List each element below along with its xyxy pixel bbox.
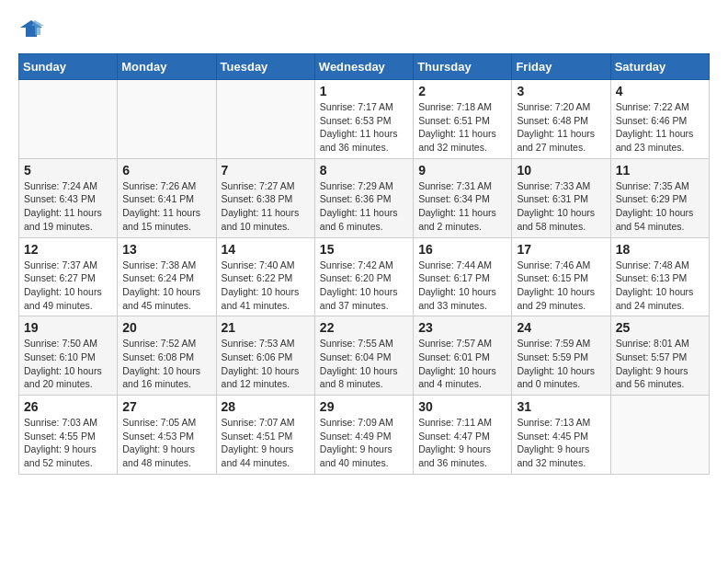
calendar-cell: 11Sunrise: 7:35 AM Sunset: 6:29 PM Dayli…: [610, 158, 709, 237]
day-info: Sunrise: 7:46 AM Sunset: 6:15 PM Dayligh…: [517, 259, 605, 313]
day-info: Sunrise: 7:27 AM Sunset: 6:38 PM Dayligh…: [222, 179, 310, 234]
day-info: Sunrise: 7:59 AM Sunset: 5:59 PM Dayligh…: [517, 337, 605, 391]
calendar-cell: [19, 80, 118, 159]
day-info: Sunrise: 7:29 AM Sunset: 6:36 PM Dayligh…: [320, 179, 408, 234]
calendar-cell: 25Sunrise: 8:01 AM Sunset: 5:57 PM Dayli…: [610, 316, 709, 396]
day-number: 16: [418, 242, 506, 257]
day-info: Sunrise: 7:35 AM Sunset: 6:29 PM Dayligh…: [616, 179, 704, 234]
calendar-cell: 31Sunrise: 7:13 AM Sunset: 4:45 PM Dayli…: [512, 396, 610, 475]
day-info: Sunrise: 7:50 AM Sunset: 6:10 PM Dayligh…: [24, 337, 112, 391]
day-number: 7: [222, 163, 310, 178]
day-info: Sunrise: 7:48 AM Sunset: 6:13 PM Dayligh…: [616, 259, 704, 313]
calendar-cell: 6Sunrise: 7:26 AM Sunset: 6:41 PM Daylig…: [118, 158, 216, 237]
calendar-cell: 13Sunrise: 7:38 AM Sunset: 6:24 PM Dayli…: [118, 237, 216, 316]
calendar-cell: [216, 80, 314, 159]
day-number: 2: [418, 84, 506, 98]
day-number: 18: [616, 242, 704, 257]
day-info: Sunrise: 7:03 AM Sunset: 4:55 PM Dayligh…: [24, 416, 112, 470]
day-info: Sunrise: 7:57 AM Sunset: 6:01 PM Dayligh…: [418, 337, 506, 391]
calendar-cell: 21Sunrise: 7:53 AM Sunset: 6:06 PM Dayli…: [216, 316, 314, 396]
logo: [18, 18, 48, 39]
calendar-cell: 27Sunrise: 7:05 AM Sunset: 4:53 PM Dayli…: [118, 396, 216, 475]
day-number: 6: [122, 163, 210, 178]
page-header: [18, 18, 710, 39]
day-info: Sunrise: 7:42 AM Sunset: 6:20 PM Dayligh…: [320, 259, 408, 313]
calendar-cell: 3Sunrise: 7:20 AM Sunset: 6:48 PM Daylig…: [512, 80, 610, 159]
calendar-body: 1Sunrise: 7:17 AM Sunset: 6:53 PM Daylig…: [19, 80, 710, 475]
calendar-cell: 17Sunrise: 7:46 AM Sunset: 6:15 PM Dayli…: [512, 237, 610, 316]
week-row-2: 5Sunrise: 7:24 AM Sunset: 6:43 PM Daylig…: [19, 158, 710, 237]
day-info: Sunrise: 7:40 AM Sunset: 6:22 PM Dayligh…: [222, 259, 310, 313]
day-info: Sunrise: 7:26 AM Sunset: 6:41 PM Dayligh…: [122, 179, 210, 234]
day-number: 4: [616, 84, 704, 98]
week-row-1: 1Sunrise: 7:17 AM Sunset: 6:53 PM Daylig…: [19, 80, 710, 159]
day-info: Sunrise: 7:33 AM Sunset: 6:31 PM Dayligh…: [517, 179, 605, 234]
day-number: 22: [320, 320, 408, 335]
day-number: 13: [122, 242, 210, 257]
calendar-cell: 23Sunrise: 7:57 AM Sunset: 6:01 PM Dayli…: [414, 316, 512, 396]
calendar-cell: 24Sunrise: 7:59 AM Sunset: 5:59 PM Dayli…: [512, 316, 610, 396]
calendar-cell: 14Sunrise: 7:40 AM Sunset: 6:22 PM Dayli…: [216, 237, 314, 316]
weekday-header-sunday: Sunday: [19, 54, 118, 80]
calendar-cell: 8Sunrise: 7:29 AM Sunset: 6:36 PM Daylig…: [314, 158, 413, 237]
day-info: Sunrise: 7:09 AM Sunset: 4:49 PM Dayligh…: [320, 416, 408, 470]
day-info: Sunrise: 7:07 AM Sunset: 4:51 PM Dayligh…: [222, 416, 310, 470]
weekday-header-saturday: Saturday: [610, 54, 709, 80]
weekday-header-thursday: Thursday: [414, 54, 512, 80]
day-number: 19: [24, 320, 112, 335]
day-number: 5: [24, 163, 112, 178]
day-number: 30: [418, 399, 506, 414]
day-number: 1: [320, 84, 408, 98]
calendar-cell: 12Sunrise: 7:37 AM Sunset: 6:27 PM Dayli…: [19, 237, 118, 316]
day-number: 17: [517, 242, 605, 257]
day-info: Sunrise: 7:05 AM Sunset: 4:53 PM Dayligh…: [122, 416, 210, 470]
weekday-header-wednesday: Wednesday: [314, 54, 413, 80]
day-info: Sunrise: 7:37 AM Sunset: 6:27 PM Dayligh…: [24, 259, 112, 313]
calendar-cell: 1Sunrise: 7:17 AM Sunset: 6:53 PM Daylig…: [314, 80, 413, 159]
calendar-table: SundayMondayTuesdayWednesdayThursdayFrid…: [18, 53, 710, 475]
day-info: Sunrise: 7:52 AM Sunset: 6:08 PM Dayligh…: [122, 337, 210, 391]
day-number: 9: [418, 163, 506, 178]
day-number: 12: [24, 242, 112, 257]
day-info: Sunrise: 7:24 AM Sunset: 6:43 PM Dayligh…: [24, 179, 112, 234]
calendar-cell: 19Sunrise: 7:50 AM Sunset: 6:10 PM Dayli…: [19, 316, 118, 396]
day-number: 27: [122, 399, 210, 414]
day-info: Sunrise: 7:22 AM Sunset: 6:46 PM Dayligh…: [616, 100, 704, 155]
day-info: Sunrise: 7:38 AM Sunset: 6:24 PM Dayligh…: [122, 259, 210, 313]
calendar-cell: 16Sunrise: 7:44 AM Sunset: 6:17 PM Dayli…: [414, 237, 512, 316]
day-info: Sunrise: 7:55 AM Sunset: 6:04 PM Dayligh…: [320, 337, 408, 391]
logo-icon: [18, 18, 44, 39]
calendar-cell: 5Sunrise: 7:24 AM Sunset: 6:43 PM Daylig…: [19, 158, 118, 237]
day-number: 14: [222, 242, 310, 257]
day-info: Sunrise: 7:31 AM Sunset: 6:34 PM Dayligh…: [418, 179, 506, 234]
day-info: Sunrise: 7:18 AM Sunset: 6:51 PM Dayligh…: [418, 100, 506, 155]
calendar-cell: 29Sunrise: 7:09 AM Sunset: 4:49 PM Dayli…: [314, 396, 413, 475]
day-number: 29: [320, 399, 408, 414]
weekday-header-monday: Monday: [118, 54, 216, 80]
calendar-cell: 18Sunrise: 7:48 AM Sunset: 6:13 PM Dayli…: [610, 237, 709, 316]
calendar-cell: 7Sunrise: 7:27 AM Sunset: 6:38 PM Daylig…: [216, 158, 314, 237]
week-row-3: 12Sunrise: 7:37 AM Sunset: 6:27 PM Dayli…: [19, 237, 710, 316]
calendar-cell: 30Sunrise: 7:11 AM Sunset: 4:47 PM Dayli…: [414, 396, 512, 475]
week-row-4: 19Sunrise: 7:50 AM Sunset: 6:10 PM Dayli…: [19, 316, 710, 396]
day-number: 23: [418, 320, 506, 335]
calendar-cell: [118, 80, 216, 159]
day-number: 15: [320, 242, 408, 257]
day-number: 20: [122, 320, 210, 335]
calendar-cell: 28Sunrise: 7:07 AM Sunset: 4:51 PM Dayli…: [216, 396, 314, 475]
day-number: 3: [517, 84, 605, 98]
calendar-cell: 9Sunrise: 7:31 AM Sunset: 6:34 PM Daylig…: [414, 158, 512, 237]
day-number: 25: [616, 320, 704, 335]
calendar-cell: 26Sunrise: 7:03 AM Sunset: 4:55 PM Dayli…: [19, 396, 118, 475]
calendar-cell: 2Sunrise: 7:18 AM Sunset: 6:51 PM Daylig…: [414, 80, 512, 159]
day-number: 26: [24, 399, 112, 414]
day-info: Sunrise: 7:53 AM Sunset: 6:06 PM Dayligh…: [222, 337, 310, 391]
day-info: Sunrise: 7:11 AM Sunset: 4:47 PM Dayligh…: [418, 416, 506, 470]
calendar-cell: 22Sunrise: 7:55 AM Sunset: 6:04 PM Dayli…: [314, 316, 413, 396]
day-info: Sunrise: 7:20 AM Sunset: 6:48 PM Dayligh…: [517, 100, 605, 155]
day-info: Sunrise: 7:13 AM Sunset: 4:45 PM Dayligh…: [517, 416, 605, 470]
week-row-5: 26Sunrise: 7:03 AM Sunset: 4:55 PM Dayli…: [19, 396, 710, 475]
day-info: Sunrise: 8:01 AM Sunset: 5:57 PM Dayligh…: [616, 337, 704, 391]
day-info: Sunrise: 7:17 AM Sunset: 6:53 PM Dayligh…: [320, 100, 408, 155]
weekday-header-friday: Friday: [512, 54, 610, 80]
